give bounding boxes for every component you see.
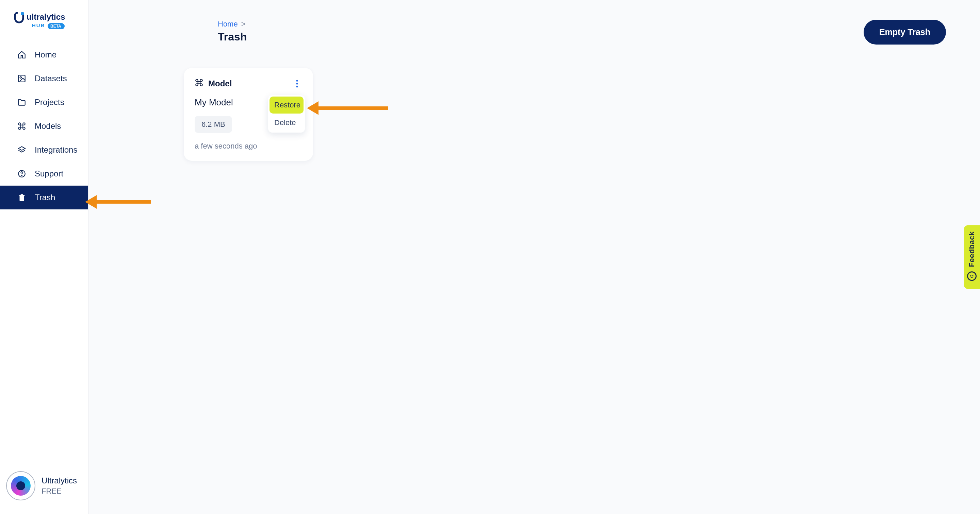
sidebar-item-trash[interactable]: Trash — [0, 186, 88, 209]
svg-point-11 — [296, 86, 298, 87]
feedback-tab[interactable]: Feedback — [964, 225, 980, 289]
dots-vertical-icon — [296, 79, 298, 88]
svg-rect-5 — [18, 75, 25, 82]
card-time: a few seconds ago — [195, 142, 302, 151]
svg-point-6 — [20, 77, 21, 78]
svg-text:ultralytics: ultralytics — [27, 12, 65, 21]
avatar — [6, 471, 35, 500]
svg-point-9 — [296, 80, 298, 82]
smile-icon — [967, 271, 977, 281]
layers-icon — [17, 145, 27, 155]
folder-icon — [17, 98, 27, 107]
user-card[interactable]: Ultralytics FREE — [0, 464, 88, 514]
card-type: Model — [195, 78, 232, 89]
page-title: Trash — [218, 30, 247, 43]
sidebar-item-support[interactable]: Support — [0, 162, 88, 186]
annotation-arrow-restore — [307, 101, 388, 115]
header: Home > Trash Empty Trash — [123, 20, 946, 44]
trash-icon — [17, 193, 27, 202]
breadcrumb-sep: > — [241, 20, 246, 28]
sidebar-item-datasets[interactable]: Datasets — [0, 67, 88, 90]
svg-point-10 — [296, 82, 298, 84]
home-icon — [17, 50, 27, 59]
svg-point-12 — [970, 274, 972, 276]
sidebar-item-projects[interactable]: Projects — [0, 90, 88, 114]
breadcrumb-root[interactable]: Home — [218, 20, 238, 28]
sidebar-item-label: Support — [35, 169, 63, 178]
sidebar-nav: Home Datasets Projects Models Integratio — [0, 43, 88, 464]
sidebar-item-integrations[interactable]: Integrations — [0, 138, 88, 162]
sidebar-item-label: Integrations — [35, 145, 77, 155]
card-size-pill: 6.2 MB — [195, 116, 232, 133]
card-dropdown: Restore Delete — [268, 95, 305, 133]
dropdown-delete[interactable]: Delete — [268, 115, 305, 133]
brand-logo[interactable]: ultralytics HUB BETA — [0, 0, 88, 43]
card-type-label: Model — [208, 79, 232, 88]
card-menu-button[interactable] — [292, 79, 302, 89]
sidebar-item-label: Datasets — [35, 74, 67, 83]
user-plan: FREE — [41, 487, 77, 496]
help-circle-icon — [17, 169, 27, 178]
sidebar-item-label: Models — [35, 121, 61, 131]
sidebar-item-models[interactable]: Models — [0, 114, 88, 138]
svg-text:HUB: HUB — [32, 22, 45, 28]
command-icon — [195, 78, 204, 89]
svg-point-8 — [21, 175, 22, 176]
sidebar-item-label: Projects — [35, 98, 64, 107]
svg-point-13 — [972, 274, 974, 276]
sidebar-item-label: Home — [35, 50, 56, 59]
svg-text:BETA: BETA — [50, 24, 61, 29]
empty-trash-button[interactable]: Empty Trash — [864, 20, 946, 44]
breadcrumb[interactable]: Home > — [218, 20, 247, 29]
sidebar: ultralytics HUB BETA Home Datasets Proje… — [0, 0, 89, 514]
user-text: Ultralytics FREE — [41, 476, 77, 496]
annotation-arrow-trash — [85, 195, 151, 209]
sidebar-item-home[interactable]: Home — [0, 43, 88, 67]
sidebar-item-label: Trash — [35, 193, 55, 202]
command-icon — [17, 121, 27, 131]
feedback-label: Feedback — [967, 231, 976, 267]
dropdown-restore[interactable]: Restore — [269, 97, 304, 114]
image-icon — [17, 74, 27, 83]
user-name: Ultralytics — [41, 476, 77, 485]
